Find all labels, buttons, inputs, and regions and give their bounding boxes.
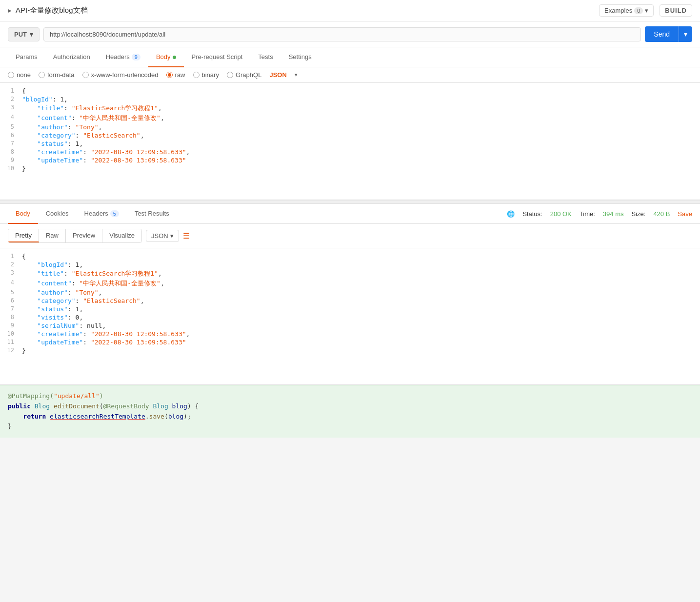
resp-headers-badge: 5 xyxy=(110,210,119,217)
response-meta: 🌐 Status: 200 OK Time: 394 ms Size: 420 … xyxy=(507,210,692,218)
top-bar-right: Examples 0 ▾ BUILD xyxy=(599,4,692,17)
request-tabs: Params Authorization Headers9 Body Pre-r… xyxy=(0,47,700,67)
code-snippet-section: @PutMapping("update/all") public Blog ed… xyxy=(0,385,700,438)
req-line-7: 7 "status": 1, xyxy=(0,140,700,148)
radio-binary[interactable]: binary xyxy=(193,71,219,79)
view-tab-pretty[interactable]: Pretty xyxy=(8,229,39,242)
json-dropdown-icon[interactable]: ▾ xyxy=(295,72,298,78)
resp-line-9: 9 "serialNum": null, xyxy=(0,321,700,330)
radio-form-data-circle xyxy=(39,72,45,78)
resp-line-8: 8 "visits": 0, xyxy=(0,313,700,321)
radio-binary-circle xyxy=(193,72,200,78)
build-button[interactable]: BUILD xyxy=(660,4,692,17)
resp-line-4: 4 "content": "中华人民共和国-全量修改", xyxy=(0,279,700,288)
time-value: 394 ms xyxy=(603,210,624,218)
resp-tab-test-results[interactable]: Test Results xyxy=(127,204,177,224)
tab-headers[interactable]: Headers9 xyxy=(98,47,148,67)
radio-graphql-circle xyxy=(227,72,233,78)
code-line-return: return elasticsearchRestTemplate.save(bl… xyxy=(8,412,692,422)
body-type-bar: none form-data x-www-form-urlencoded raw… xyxy=(0,67,700,83)
api-title: API-全量修改blog文档 xyxy=(16,6,88,15)
radio-none-circle xyxy=(8,72,14,78)
headers-badge: 9 xyxy=(132,54,140,60)
globe-icon: 🌐 xyxy=(507,210,515,218)
annotation-value: "update/all" xyxy=(54,392,100,400)
req-line-10: 10 } xyxy=(0,164,700,173)
resp-line-3: 3 "title": "ElasticSearch学习教程1", xyxy=(0,269,700,279)
chevron-down-icon: ▾ xyxy=(645,7,648,14)
resp-line-2: 2 "blogId": 1, xyxy=(0,261,700,269)
url-input[interactable] xyxy=(43,27,641,41)
req-line-6: 6 "category": "ElasticSearch", xyxy=(0,131,700,140)
response-section: Body Cookies Headers5 Test Results 🌐 Sta… xyxy=(0,204,700,385)
annotation-text: @PutMapping( xyxy=(8,392,54,400)
code-line-method: public Blog editDocument(@RequestBody Bl… xyxy=(8,401,692,412)
code-line-close: } xyxy=(8,421,692,432)
examples-count: 0 xyxy=(634,7,643,14)
send-button[interactable]: Send ▾ xyxy=(645,26,692,42)
radio-graphql[interactable]: GraphQL xyxy=(227,71,261,79)
resp-tab-body[interactable]: Body xyxy=(8,204,38,224)
format-lines-icon[interactable]: ☰ xyxy=(183,231,190,241)
radio-form-data[interactable]: form-data xyxy=(39,71,75,79)
status-value: 200 OK xyxy=(550,210,572,218)
method-chevron-icon: ▾ xyxy=(30,31,33,38)
resp-json-label: JSON xyxy=(151,232,168,240)
resp-line-7: 7 "status": 1, xyxy=(0,305,700,313)
size-value: 420 B xyxy=(653,210,670,218)
view-tab-group: Pretty Raw Preview Visualize xyxy=(8,229,142,243)
tab-pre-request[interactable]: Pre-request Script xyxy=(184,47,251,67)
radio-urlencoded[interactable]: x-www-form-urlencoded xyxy=(82,71,159,79)
method-select[interactable]: PUT ▾ xyxy=(8,27,40,41)
body-dot-icon xyxy=(173,56,176,59)
req-line-1: 1 { xyxy=(0,87,700,95)
view-tab-preview[interactable]: Preview xyxy=(66,229,102,242)
time-label: Time: xyxy=(580,210,595,218)
method-label: PUT xyxy=(14,31,27,38)
req-line-9: 9 "updateTime": "2022-08-30 13:09:58.633… xyxy=(0,156,700,164)
view-tab-raw[interactable]: Raw xyxy=(39,229,66,242)
radio-raw[interactable]: raw xyxy=(166,71,185,79)
req-line-3: 3 "title": "ElasticSearch学习教程1", xyxy=(0,103,700,113)
req-line-8: 8 "createTime": "2022-08-30 12:09:58.633… xyxy=(0,148,700,156)
resp-line-10: 10 "createTime": "2022-08-30 12:09:58.63… xyxy=(0,330,700,338)
tab-authorization[interactable]: Authorization xyxy=(45,47,98,67)
size-label: Size: xyxy=(631,210,645,218)
radio-raw-circle xyxy=(166,72,173,78)
req-line-2: 2 "blogId": 1, xyxy=(0,95,700,103)
examples-label: Examples xyxy=(604,7,632,14)
response-tabs-left: Body Cookies Headers5 Test Results xyxy=(8,204,177,223)
view-tab-visualize[interactable]: Visualize xyxy=(102,229,141,242)
radio-none[interactable]: none xyxy=(8,71,31,79)
resp-tab-cookies[interactable]: Cookies xyxy=(38,204,77,224)
examples-button[interactable]: Examples 0 ▾ xyxy=(599,4,654,17)
response-json-select[interactable]: JSON ▾ xyxy=(146,230,179,242)
resp-line-5: 5 "author": "Tony", xyxy=(0,288,700,297)
resp-tab-headers[interactable]: Headers5 xyxy=(77,204,127,224)
resp-line-11: 11 "updateTime": "2022-08-30 13:09:58.63… xyxy=(0,338,700,346)
request-body-editor[interactable]: 1 { 2 "blogId": 1, 3 "title": "ElasticSe… xyxy=(0,83,700,200)
code-line-annotation: @PutMapping("update/all") xyxy=(8,391,692,401)
top-bar: ▶ API-全量修改blog文档 Examples 0 ▾ BUILD xyxy=(0,0,700,21)
resp-line-6: 6 "category": "ElasticSearch", xyxy=(0,297,700,305)
tab-settings[interactable]: Settings xyxy=(281,47,320,67)
resp-json-chevron-icon: ▾ xyxy=(170,232,174,240)
tab-params[interactable]: Params xyxy=(8,47,45,67)
separator xyxy=(0,200,700,204)
top-bar-left: ▶ API-全量修改blog文档 xyxy=(8,6,88,15)
send-label: Send xyxy=(645,26,679,42)
expand-arrow-icon[interactable]: ▶ xyxy=(8,8,12,13)
tab-tests[interactable]: Tests xyxy=(250,47,280,67)
response-tabs: Body Cookies Headers5 Test Results 🌐 Sta… xyxy=(0,204,700,224)
resp-line-1: 1 { xyxy=(0,252,700,261)
view-tabs: Pretty Raw Preview Visualize JSON ▾ ☰ xyxy=(0,224,700,248)
url-bar: PUT ▾ Send ▾ xyxy=(0,21,700,47)
save-button[interactable]: Save xyxy=(678,210,692,218)
tab-body[interactable]: Body xyxy=(148,47,184,67)
json-format-badge[interactable]: JSON xyxy=(269,71,286,79)
send-dropdown-arrow[interactable]: ▾ xyxy=(679,26,692,42)
req-line-4: 4 "content": "中华人民共和国-全量修改", xyxy=(0,113,700,123)
response-body-editor: 1 { 2 "blogId": 1, 3 "title": "ElasticSe… xyxy=(0,248,700,385)
req-line-5: 5 "author": "Tony", xyxy=(0,123,700,131)
resp-line-12: 12 } xyxy=(0,346,700,355)
